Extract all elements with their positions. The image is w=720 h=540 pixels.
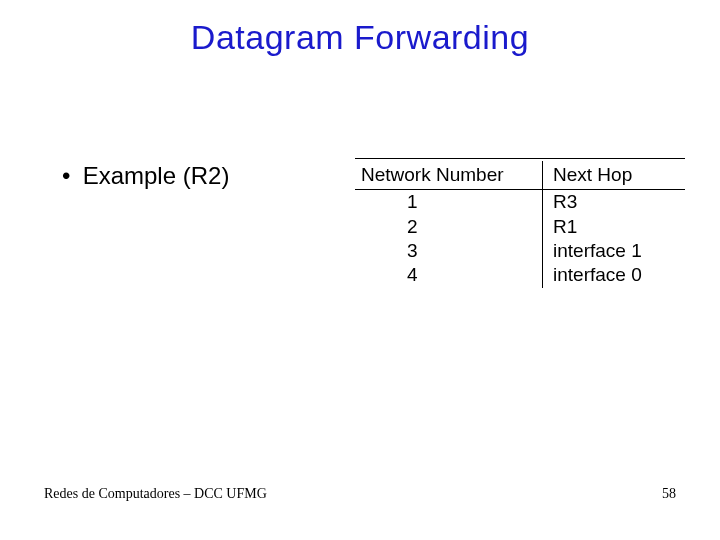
cell-next-hop: interface 1: [543, 239, 686, 263]
table-row: 3 interface 1: [355, 239, 685, 263]
table-row: 1 R3: [355, 190, 685, 214]
col-header-network-number: Network Number: [355, 161, 543, 189]
table-row: 2 R1: [355, 215, 685, 239]
cell-network-number: 1: [355, 190, 543, 214]
forwarding-table: Network Number Next Hop 1 R3 2 R1 3 inte…: [355, 158, 685, 288]
table-row: 4 interface 0: [355, 263, 685, 287]
bullet-dot: •: [62, 162, 76, 190]
cell-network-number: 4: [355, 263, 543, 287]
cell-network-number: 2: [355, 215, 543, 239]
footer-course: Redes de Computadores – DCC UFMG: [44, 486, 267, 502]
cell-next-hop: R1: [543, 215, 686, 239]
col-header-next-hop: Next Hop: [543, 161, 686, 189]
footer-page-number: 58: [662, 486, 676, 502]
table-header-row: Network Number Next Hop: [355, 161, 685, 189]
cell-next-hop: interface 0: [543, 263, 686, 287]
slide-title: Datagram Forwarding: [0, 18, 720, 57]
bullet-example: • Example (R2): [62, 162, 229, 190]
cell-next-hop: R3: [543, 190, 686, 214]
table-top-rule: [355, 158, 685, 159]
bullet-text: Example (R2): [83, 162, 230, 189]
cell-network-number: 3: [355, 239, 543, 263]
